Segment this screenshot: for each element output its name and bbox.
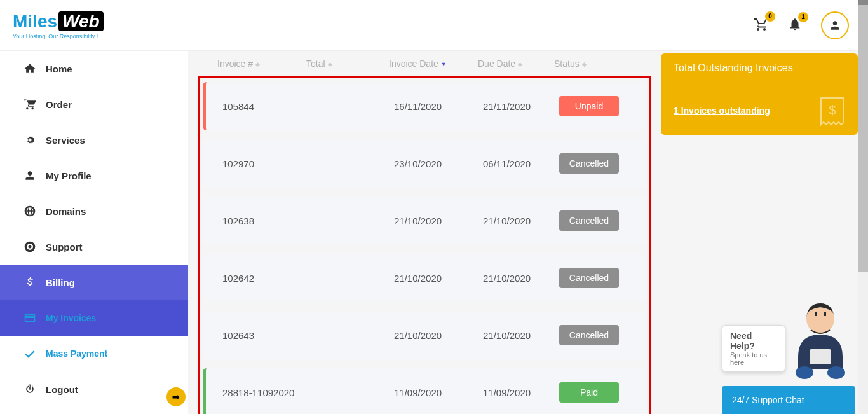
home-icon (24, 62, 36, 75)
outstanding-title: Total Outstanding Invoices (674, 62, 845, 74)
col-total[interactable]: Total◆ (306, 59, 389, 69)
nav-profile[interactable]: My Profile (0, 158, 188, 193)
user-icon (24, 169, 36, 182)
svg-rect-3 (824, 312, 826, 316)
cell-status: Unpaid (559, 96, 629, 116)
status-badge: Cancelled (559, 153, 619, 174)
logo[interactable]: MilesWeb Your Hosting, Our Responsibilit… (13, 11, 104, 39)
notifications-button[interactable]: 1 (788, 17, 802, 34)
nav-my-invoices[interactable]: My Invoices (0, 300, 188, 336)
table-header-row: Invoice #◆ Total◆ Invoice Date▼ Due Date… (198, 51, 651, 76)
invoice-row[interactable]: 10297023/10/202006/11/2020Cancelled (203, 139, 646, 188)
cell-invoice-date: 16/11/2020 (394, 101, 483, 112)
cell-due-date: 06/11/2020 (483, 158, 559, 169)
sort-icon: ◆ (518, 61, 522, 67)
invoice-row[interactable]: 10264221/10/202021/10/2020Cancelled (203, 254, 646, 302)
invoice-row[interactable]: 10263821/10/202021/10/2020Cancelled (203, 197, 646, 245)
col-invoice-date[interactable]: Invoice Date▼ (389, 59, 478, 69)
cell-status: Cancelled (559, 153, 629, 174)
nav-label: Mass Payment (46, 348, 107, 359)
nav-label: Services (46, 135, 85, 146)
col-invoice[interactable]: Invoice #◆ (217, 59, 306, 69)
dollar-icon (24, 276, 36, 289)
chat-bar[interactable]: 24/7 Support Chat (722, 386, 855, 414)
nav-support[interactable]: Support (0, 229, 188, 265)
collapse-sidebar-button[interactable]: ⇒ (166, 387, 186, 406)
card-icon (24, 312, 36, 324)
cell-due-date: 21/11/2020 (483, 101, 559, 112)
svg-rect-4 (810, 349, 831, 364)
receipt-icon: $ (818, 94, 846, 127)
help-sub: Speak to us here! (730, 351, 777, 366)
logo-text: MilesWeb (13, 11, 104, 32)
nav-domains[interactable]: Domains (0, 193, 188, 229)
cart-badge: 0 (765, 11, 775, 22)
cell-invoice: 102642 (222, 273, 311, 284)
app-header: MilesWeb Your Hosting, Our Responsibilit… (0, 0, 868, 51)
sort-icon: ◆ (582, 61, 587, 67)
cell-status: Cancelled (559, 210, 629, 231)
col-status[interactable]: Status◆ (554, 59, 624, 69)
header-actions: 0 1 (754, 11, 849, 39)
cell-invoice: 105844 (222, 101, 311, 112)
outstanding-card[interactable]: Total Outstanding Invoices 1 Invoices ou… (661, 53, 858, 135)
chat-widget: Need Help? Speak to us here! 24/7 Suppor… (722, 300, 855, 414)
sort-down-icon: ▼ (441, 61, 447, 67)
cell-due-date: 21/10/2020 (483, 216, 559, 226)
nav-mass-payment[interactable]: Mass Payment (0, 336, 188, 371)
gears-icon (24, 134, 36, 146)
cell-due-date: 21/10/2020 (483, 330, 559, 341)
status-badge: Unpaid (559, 96, 619, 116)
cart-icon (24, 98, 36, 111)
cell-invoice-date: 23/10/2020 (394, 158, 483, 169)
sort-icon: ◆ (328, 61, 332, 67)
nav-label: Billing (46, 277, 75, 288)
cell-invoice: 102638 (222, 216, 311, 226)
cell-status: Paid (559, 382, 629, 403)
lifebuoy-icon (24, 240, 36, 253)
cell-due-date: 21/10/2020 (483, 273, 559, 284)
cell-invoice: 102643 (222, 330, 311, 341)
svg-rect-2 (815, 312, 817, 316)
check-icon (24, 347, 36, 360)
status-badge: Paid (559, 382, 619, 403)
notif-badge: 1 (798, 12, 808, 22)
invoice-row[interactable]: 10264321/10/202021/10/2020Cancelled (203, 311, 646, 359)
status-badge: Cancelled (559, 210, 619, 231)
sort-icon: ◆ (255, 61, 260, 67)
nav-label: My Profile (46, 170, 92, 181)
cell-invoice: 28818-11092020 (222, 387, 311, 398)
logo-tagline: Your Hosting, Our Responsibility ! (13, 33, 104, 39)
arrow-right-icon: ⇒ (172, 392, 180, 402)
nav-logout[interactable]: Logout (0, 371, 188, 407)
help-bubble[interactable]: Need Help? Speak to us here! (722, 325, 785, 372)
status-badge: Cancelled (559, 325, 619, 345)
invoices-table: Invoice #◆ Total◆ Invoice Date▼ Due Date… (198, 51, 651, 414)
nav-order[interactable]: Order (0, 86, 188, 122)
nav-billing[interactable]: Billing (0, 265, 188, 300)
invoice-row[interactable]: 10584416/11/202021/11/2020Unpaid (203, 82, 646, 130)
cell-invoice-date: 11/09/2020 (394, 387, 483, 398)
support-avatar-icon (785, 300, 855, 382)
globe-icon (24, 205, 36, 217)
sidebar: Home Order Services My Profile Domains S… (0, 51, 188, 414)
nav-label: My Invoices (46, 313, 96, 323)
svg-point-5 (796, 366, 813, 379)
power-icon (24, 383, 36, 396)
status-badge: Cancelled (559, 268, 619, 288)
user-menu[interactable] (821, 11, 849, 39)
nav-home[interactable]: Home (0, 51, 188, 86)
cell-status: Cancelled (559, 268, 629, 288)
nav-label: Logout (46, 384, 78, 395)
help-title: Need Help? (730, 331, 777, 351)
cell-status: Cancelled (559, 325, 629, 345)
cart-button[interactable]: 0 (754, 17, 769, 34)
invoice-row[interactable]: 28818-1109202011/09/202011/09/2020Paid (203, 368, 646, 414)
nav-label: Home (46, 64, 72, 74)
nav-label: Domains (46, 206, 86, 217)
svg-point-6 (827, 366, 845, 379)
nav-label: Order (46, 99, 72, 110)
col-due-date[interactable]: Due Date◆ (478, 59, 554, 69)
svg-text:$: $ (829, 103, 836, 117)
nav-services[interactable]: Services (0, 122, 188, 158)
